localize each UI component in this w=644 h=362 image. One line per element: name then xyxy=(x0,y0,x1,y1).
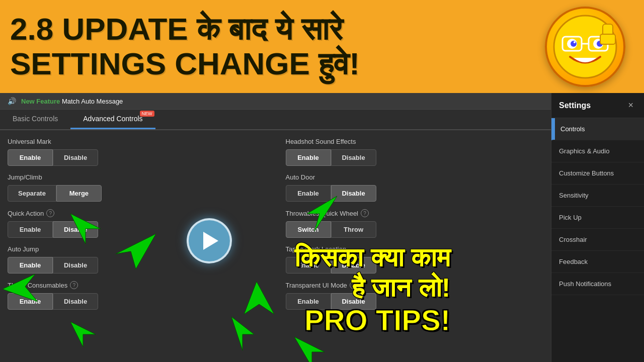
transparent-ui-disable[interactable]: Disable xyxy=(331,293,376,310)
emoji-face xyxy=(545,7,625,87)
headshot-sound-label: Headshot Sound Effects xyxy=(286,138,544,145)
throwables-quick-wheel-label: Throwables Quick Wheel ? xyxy=(286,209,544,217)
throw-consumables-label: Throw Consumables ? xyxy=(8,281,266,289)
headshot-sound-enable[interactable]: Enable xyxy=(286,149,331,166)
throwables-switch[interactable]: Switch xyxy=(286,221,331,238)
transparent-ui-label: Transparent UI Mode ? xyxy=(286,281,544,289)
sidebar-item-sensitivity[interactable]: Sensitivity xyxy=(551,185,644,207)
sidebar-item-push-notifications[interactable]: Push Notifications xyxy=(551,273,644,295)
universal-mark-disable[interactable]: Disable xyxy=(53,149,98,166)
tab-basic-controls[interactable]: Basic Controls xyxy=(0,110,70,129)
throw-consumables-enable[interactable]: Enable xyxy=(8,293,53,310)
tab-advanced-controls[interactable]: Advanced Controls NEW xyxy=(70,110,155,129)
new-badge: NEW xyxy=(140,111,154,117)
throwables-quick-wheel-options: Switch Throw xyxy=(286,221,544,238)
auto-door-disable[interactable]: Disable xyxy=(331,185,376,202)
banner-title-line2: SETTINGS CHANGE हुवे! xyxy=(10,46,360,81)
svg-point-5 xyxy=(571,41,577,47)
throw-consumables-disable[interactable]: Disable xyxy=(53,293,98,310)
notif-text: New Feature Match Auto Message xyxy=(21,98,123,105)
sidebar-item-controls[interactable]: Controls xyxy=(551,118,644,140)
sidebar-item-pick-up[interactable]: Pick Up xyxy=(551,207,644,229)
emoji-decoration xyxy=(541,3,629,90)
speaker-icon: 🔊 xyxy=(8,97,16,105)
active-indicator xyxy=(553,118,555,140)
jump-climb-options: Separate Merge xyxy=(8,185,266,202)
quick-action-disable[interactable]: Disable xyxy=(53,221,98,238)
sidebar-item-crosshair[interactable]: Crosshair xyxy=(551,229,644,251)
setting-throw-consumables: Throw Consumables ? Enable Disable xyxy=(8,281,266,310)
universal-mark-options: Enable Disable xyxy=(8,149,266,166)
auto-door-options: Enable Disable xyxy=(286,185,544,202)
tab-advanced-label: Advanced Controls xyxy=(83,115,142,123)
transparent-ui-enable[interactable]: Enable xyxy=(286,293,331,310)
throwables-quick-wheel-help-icon[interactable]: ? xyxy=(361,209,369,217)
banner-title: 2.8 UPDATE के बाद ये सारे SETTINGS CHANG… xyxy=(10,12,541,80)
tap-to-mark-disable[interactable]: Disable xyxy=(331,257,376,274)
setting-transparent-ui: Transparent UI Mode ? Enable Disable xyxy=(286,281,544,310)
settings-area: 🔊 New Feature Match Auto Message Basic C… xyxy=(0,93,644,362)
notification-bar: 🔊 New Feature Match Auto Message xyxy=(0,93,551,110)
headshot-sound-options: Enable Disable xyxy=(286,149,544,166)
tap-to-mark-enable[interactable]: Enable xyxy=(286,257,331,274)
sidebar-header: Settings × xyxy=(551,93,644,118)
svg-point-6 xyxy=(574,41,576,43)
play-icon xyxy=(203,232,218,250)
auto-door-label: Auto Door xyxy=(286,173,544,181)
auto-door-enable[interactable]: Enable xyxy=(286,185,331,202)
setting-jump-climb: Jump/Climb Separate Merge xyxy=(8,173,266,202)
universal-mark-enable[interactable]: Enable xyxy=(8,149,53,166)
auto-jump-enable[interactable]: Enable xyxy=(8,257,53,274)
transparent-ui-help-icon[interactable]: ? xyxy=(350,281,358,289)
svg-rect-11 xyxy=(600,34,615,44)
settings-right-column: Headshot Sound Effects Enable Disable Au… xyxy=(286,138,544,354)
auto-jump-options: Enable Disable xyxy=(8,257,266,274)
play-button[interactable] xyxy=(187,218,232,263)
quick-action-label: Quick Action ? xyxy=(8,209,266,217)
jump-climb-merge[interactable]: Merge xyxy=(56,185,102,202)
setting-headshot-sound: Headshot Sound Effects Enable Disable xyxy=(286,138,544,166)
tab-basic-label: Basic Controls xyxy=(13,115,58,123)
throw-consumables-options: Enable Disable xyxy=(8,293,266,310)
setting-throwables-quick-wheel: Throwables Quick Wheel ? Switch Throw xyxy=(286,209,544,238)
tap-to-mark-label: Tap to Mark Location xyxy=(286,245,544,253)
auto-jump-disable[interactable]: Disable xyxy=(53,257,98,274)
setting-universal-mark: Universal Mark Enable Disable xyxy=(8,138,266,166)
close-button[interactable]: × xyxy=(625,99,636,112)
jump-climb-separate[interactable]: Separate xyxy=(8,185,56,202)
throw-consumables-help-icon[interactable]: ? xyxy=(70,281,78,289)
sidebar-item-graphics-audio[interactable]: Graphics & Audio xyxy=(551,140,644,162)
top-banner: 2.8 UPDATE के बाद ये सारे SETTINGS CHANG… xyxy=(0,0,644,93)
quick-action-enable[interactable]: Enable xyxy=(8,221,53,238)
headshot-sound-disable[interactable]: Disable xyxy=(331,149,376,166)
throwables-throw[interactable]: Throw xyxy=(331,221,376,238)
right-sidebar: Settings × Controls Graphics & Audio Cus… xyxy=(551,93,644,362)
setting-tap-to-mark: Tap to Mark Location Enable Disable xyxy=(286,245,544,274)
notif-highlight: New Feature xyxy=(21,98,60,105)
tabs-bar: Basic Controls Advanced Controls NEW xyxy=(0,110,551,130)
tap-to-mark-options: Enable Disable xyxy=(286,257,544,274)
sidebar-item-customize-buttons[interactable]: Customize Buttons xyxy=(551,162,644,185)
quick-action-help-icon[interactable]: ? xyxy=(46,209,54,217)
notif-message: Match Auto Message xyxy=(62,98,123,105)
main-panel: 🔊 New Feature Match Auto Message Basic C… xyxy=(0,93,551,362)
setting-auto-door: Auto Door Enable Disable xyxy=(286,173,544,202)
settings-content: Universal Mark Enable Disable Jump/Climb… xyxy=(0,130,551,361)
universal-mark-label: Universal Mark xyxy=(8,138,266,145)
sidebar-title: Settings xyxy=(559,101,591,110)
sidebar-item-feedback[interactable]: Feedback xyxy=(551,251,644,273)
transparent-ui-options: Enable Disable xyxy=(286,293,544,310)
banner-title-line1: 2.8 UPDATE के बाद ये सारे xyxy=(10,12,343,46)
jump-climb-label: Jump/Climb xyxy=(8,173,266,181)
